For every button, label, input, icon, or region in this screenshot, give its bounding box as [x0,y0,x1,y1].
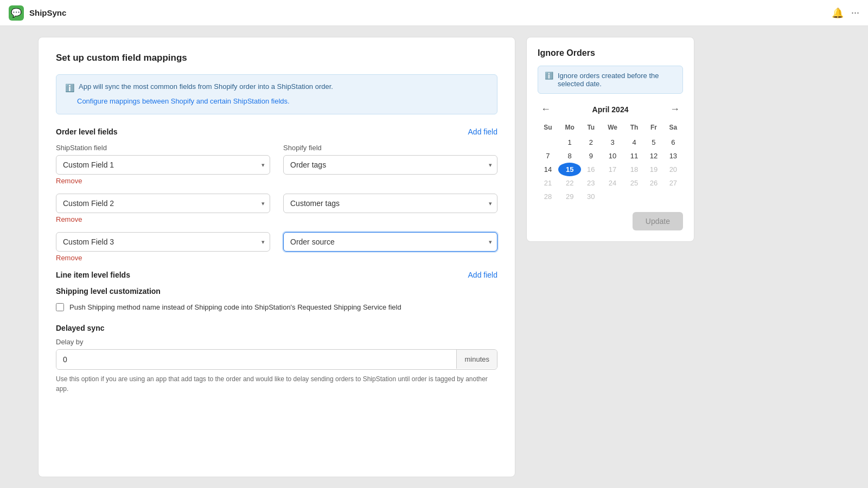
cal-day-20: 20 [663,163,683,176]
shipstation-select-wrap-2: Custom Field 1 Custom Field 2 Custom Fie… [56,194,270,213]
dow-fr: Fr [644,121,663,136]
delay-input-wrap: minutes [56,349,497,370]
cal-day-19: 19 [644,163,663,176]
shopify-select-wrap-3: Order tags Customer tags Order source ▾ [283,232,497,252]
calendar: ← April 2024 → Su Mo Tu We Th Fr Sa [538,102,683,230]
line-item-label: Line item level fields [56,271,130,279]
cal-day-18: 18 [624,163,644,176]
order-level-label: Order level fields [56,127,118,136]
delayed-sync-title: Delayed sync [56,324,497,332]
cal-day-1[interactable]: 1 [558,136,582,149]
update-button[interactable]: Update [633,212,683,230]
app-logo: 💬 [9,5,24,21]
calendar-week-4: 282930 [538,190,683,203]
topbar-right: 🔔 ··· [832,7,859,19]
cal-day-today[interactable]: 15 [558,163,582,176]
shipping-section: Shipping level customization Push Shippi… [56,287,497,313]
cal-day-12[interactable]: 12 [644,149,663,163]
app-title: ShipSync [29,8,66,17]
right-panel: Ignore Orders ℹ️ Ignore orders created b… [526,37,694,242]
cal-day-11[interactable]: 11 [624,149,644,163]
cal-day-26: 26 [644,176,663,190]
cal-day-27: 27 [663,176,683,190]
delay-input[interactable] [56,350,456,369]
shopify-select-3[interactable]: Order tags Customer tags Order source [283,232,497,252]
calendar-dow-row: Su Mo Tu We Th Fr Sa [538,121,683,136]
calendar-week-2: 14151617181920 [538,163,683,176]
shopify-select-wrap-2: Order tags Customer tags Order source ▾ [283,194,497,213]
panel-title: Set up custom field mappings [56,53,497,63]
shipping-checkbox[interactable] [56,303,64,311]
field-row-2: Custom Field 1 Custom Field 2 Custom Fie… [56,194,497,213]
cal-day-17: 17 [601,163,624,176]
dow-tu: Tu [581,121,601,136]
left-panel: Set up custom field mappings ℹ️ App will… [38,37,515,477]
next-month-button[interactable]: → [667,102,683,116]
dow-th: Th [624,121,644,136]
main-content: Set up custom field mappings ℹ️ App will… [0,26,868,488]
info-link[interactable]: Configure mappings between Shopify and c… [77,97,290,105]
logo-icon: 💬 [11,8,22,18]
cal-day-25: 25 [624,176,644,190]
ignore-info-icon: ℹ️ [545,72,553,80]
cal-day-6[interactable]: 6 [663,136,683,149]
field-row-1: Custom Field 1 Custom Field 2 Custom Fie… [56,155,497,175]
info-icon: ℹ️ [65,82,74,94]
shipstation-field-header: ShipStation field [56,144,270,152]
cal-day-29: 29 [558,190,582,203]
shipstation-select-3[interactable]: Custom Field 1 Custom Field 2 Custom Fie… [56,232,270,252]
delay-description: Use this option if you are using an app … [56,374,497,394]
info-line-1: ℹ️ App will sync the most common fields … [65,81,488,94]
shopify-select-wrap-1: Order tags Customer tags Order source ▾ [283,155,497,175]
dow-sa: Sa [663,121,683,136]
cal-empty-cell [663,190,683,203]
ignore-info-text: Ignore orders created before the selecte… [558,72,676,88]
cal-day-13[interactable]: 13 [663,149,683,163]
cal-day-5[interactable]: 5 [644,136,663,149]
prev-month-button[interactable]: ← [538,102,554,116]
line-item-add-field-button[interactable]: Add field [468,271,497,279]
line-item-header: Line item level fields Add field [56,271,497,279]
calendar-week-1: 78910111213 [538,149,683,163]
cal-empty-cell [624,190,644,203]
shipstation-select-1[interactable]: Custom Field 1 Custom Field 2 Custom Fie… [56,155,270,175]
order-level-header: Order level fields Add field [56,127,497,136]
shipping-checkbox-row: Push Shipping method name instead of Shi… [56,302,497,313]
cal-day-3[interactable]: 3 [601,136,624,149]
cal-day-14[interactable]: 14 [538,163,558,176]
cal-day-7[interactable]: 7 [538,149,558,163]
cal-day-8[interactable]: 8 [558,149,582,163]
remove-button-3[interactable]: Remove [56,254,82,262]
shipping-title: Shipping level customization [56,287,497,296]
calendar-month-title: April 2024 [592,105,629,114]
order-add-field-button[interactable]: Add field [468,127,497,136]
shopify-select-2[interactable]: Order tags Customer tags Order source [283,194,497,213]
cal-empty-cell [601,190,624,203]
shopify-select-1[interactable]: Order tags Customer tags Order source [283,155,497,175]
cal-day-2[interactable]: 2 [581,136,601,149]
shopify-field-header: Shopify field [283,144,497,152]
bell-icon[interactable]: 🔔 [832,7,844,19]
cal-day-23: 23 [581,176,601,190]
delay-unit: minutes [456,350,497,369]
calendar-week-3: 21222324252627 [538,176,683,190]
cal-day-24: 24 [601,176,624,190]
more-menu-icon[interactable]: ··· [851,7,859,18]
remove-button-2[interactable]: Remove [56,215,82,223]
shipstation-select-2[interactable]: Custom Field 1 Custom Field 2 Custom Fie… [56,194,270,213]
calendar-week-0: 123456 [538,136,683,149]
cal-day-10[interactable]: 10 [601,149,624,163]
delayed-sync-section: Delayed sync Delay by minutes Use this o… [56,324,497,394]
remove-button-1[interactable]: Remove [56,177,82,185]
topbar: 💬 ShipSync 🔔 ··· [0,0,868,26]
shipping-checkbox-label: Push Shipping method name instead of Shi… [69,302,401,313]
cal-day-22: 22 [558,176,582,190]
info-text: App will sync the most common fields fro… [79,81,333,93]
cal-day-28: 28 [538,190,558,203]
cal-day-9[interactable]: 9 [581,149,601,163]
cal-day-4[interactable]: 4 [624,136,644,149]
cal-empty-cell [538,136,558,149]
cal-day-21: 21 [538,176,558,190]
field-row-3: Custom Field 1 Custom Field 2 Custom Fie… [56,232,497,252]
field-headers: ShipStation field Shopify field [56,144,497,152]
